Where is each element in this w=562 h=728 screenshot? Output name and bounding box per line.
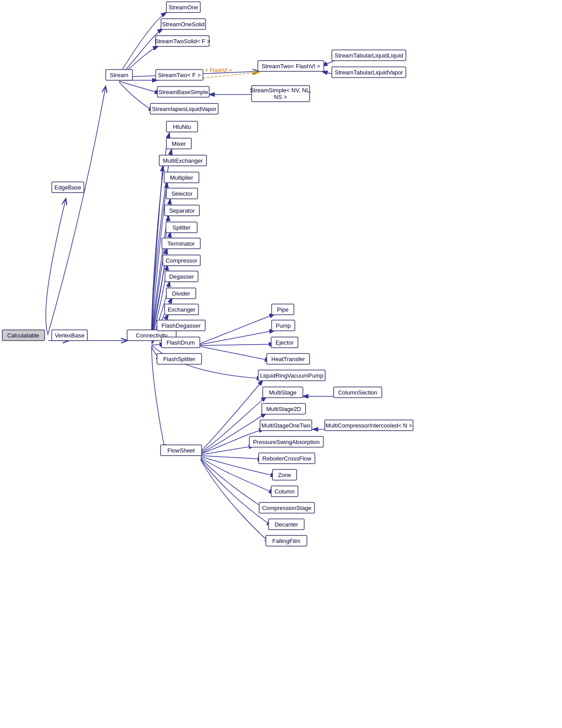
node-streamtwosolid: StreamTwoSolid< F > (155, 36, 211, 46)
edge-stream-streambasesimple (119, 81, 161, 94)
diagram-container: Calculatable EdgeBase VertexBase Stream … (0, 0, 562, 728)
node-reboiler: ReboilerCrossFlow (259, 453, 315, 464)
node-decanter: Decanter (269, 519, 304, 530)
edge-flowsheet-reboiler (201, 456, 264, 459)
node-multiplier: Multiplier (164, 172, 199, 183)
node-liquidring: LiquidRingVacuumPump (258, 370, 325, 381)
label-degasser: Degasser (169, 273, 194, 280)
node-flashdrum: FlashDrum (161, 337, 200, 348)
node-terminator: Terminator (162, 238, 200, 249)
label-calculatable: Calculatable (7, 332, 39, 339)
edge-flashdrum-heattransfer (200, 346, 271, 361)
node-flowsheet: FlowSheet (161, 445, 202, 456)
label-vertexbase: VertexBase (55, 332, 85, 339)
node-stlv: StreamTabularLiquidVapor (332, 67, 406, 78)
node-stream: Stream (106, 70, 132, 80)
node-multistage: MultiStage (263, 387, 303, 398)
label-selector: Selector (171, 190, 193, 197)
label-flashsplitter: FlashSplitter (163, 356, 196, 362)
node-multistageonetwo: MultiStageOneTwo (260, 420, 312, 431)
label-stlv: StreamTabularLiquidVapor (335, 69, 404, 76)
node-calculatable: Calculatable (2, 330, 45, 341)
node-ejector: Ejector (271, 337, 298, 348)
node-divider: Divider (166, 288, 196, 299)
label-pump: Pump (276, 322, 291, 329)
label-divider: Divider (172, 290, 190, 297)
label-stll: StreamTabularLiquidLiquid (335, 52, 403, 59)
node-zone: Zone (273, 469, 297, 480)
node-edgebase: EdgeBase (52, 182, 84, 193)
label-compressionstage: CompressionStage (262, 505, 312, 511)
node-compressor: Compressor (163, 255, 200, 266)
label-reboiler: ReboilerCrossFlow (262, 455, 311, 462)
node-columnsection: ColumnSection (334, 387, 382, 398)
label-multistage: MultiStage (269, 389, 296, 396)
node-stll: StreamTabularLiquidLiquid (332, 50, 406, 61)
node-pump: Pump (272, 320, 295, 331)
node-column: Column (271, 486, 298, 497)
edge-flowsheet-decanter (201, 459, 273, 526)
label-heattransfer: HeatTransfer (271, 356, 305, 362)
node-streamtwo-flashvl: StreamTwo< FlashVl > (258, 61, 324, 71)
node-fallingfilm: FallingFilm (266, 535, 307, 546)
label-exchanger: Exchanger (168, 306, 196, 313)
label-multiexchanger: MultiExchanger (163, 157, 203, 164)
label-splitter: Splitter (173, 224, 191, 231)
node-heattransfer: HeatTransfer (267, 354, 310, 364)
edge-flashdrum-ejector (200, 344, 275, 345)
label-htuntu: HtuNtu (173, 123, 191, 130)
label-columnsection: ColumnSection (338, 389, 377, 396)
label-terminator: Terminator (167, 240, 195, 247)
node-splitter: Splitter (166, 222, 197, 233)
label-zone: Zone (278, 472, 291, 478)
edge-calculatable-stream (48, 86, 106, 333)
label-psa: PressureSwingAbsorption (253, 439, 320, 445)
node-compressionstage: CompressionStage (259, 502, 314, 513)
label-multicomp: MultiCompressorIntercooled< N > (326, 422, 412, 429)
node-exchanger: Exchanger (165, 304, 198, 315)
label-stream: Stream (110, 72, 128, 78)
label-mixer: Mixer (172, 140, 186, 147)
label-flowsheet: FlowSheet (167, 447, 195, 454)
node-mixer: Mixer (166, 138, 191, 149)
label-streamone: StreamOne (169, 4, 198, 11)
label-multistage2d: MultiStage2D (266, 406, 301, 412)
node-streamonesolid: StreamOneSolid (161, 19, 206, 29)
node-degasser: Degasser (165, 271, 198, 282)
label-streamtwo-f: StreamTwo< F > (158, 72, 201, 78)
label-decanter: Decanter (275, 521, 298, 528)
edge-calculatable-edgebase (46, 198, 66, 335)
flashvl-label: < FlashVl > (205, 67, 232, 74)
node-htuntu: HtuNtu (166, 121, 198, 132)
node-streamsimple: StreamSimple< NV, NL, NS > (250, 86, 311, 102)
label-ejector: Ejector (276, 339, 294, 346)
label-flashvl: < FlashVl > (205, 67, 232, 74)
label-compressor: Compressor (166, 257, 198, 264)
node-separator: Separator (165, 205, 199, 216)
label-pipe: Pipe (277, 306, 289, 313)
label-fallingfilm: FallingFilm (273, 538, 301, 544)
node-streamiapws: StreamIapwsLiquidVapor (150, 103, 218, 114)
label-streamonesolid: StreamOneSolid (162, 21, 204, 28)
edge-flashdrum-pump (200, 330, 275, 345)
label-separator: Separator (169, 207, 195, 214)
node-pipe: Pipe (272, 304, 294, 315)
edge-flowsheet-psa (201, 446, 255, 455)
label-streamsimple-line1: StreamSimple< NV, NL, (250, 87, 311, 94)
label-flashdrum: FlashDrum (166, 339, 195, 346)
label-column: Column (275, 488, 295, 495)
label-edgebase: EdgeBase (54, 184, 81, 191)
label-streamsimple-line2: NS > (274, 94, 287, 100)
node-flashdegasser: FlashDegasser (157, 320, 205, 331)
node-flashsplitter: FlashSplitter (157, 354, 202, 364)
label-streamtwosolid: StreamTwoSolid< F > (155, 38, 211, 45)
node-vertexbase: VertexBase (52, 330, 87, 341)
node-multistage2d: MultiStage2D (262, 403, 306, 414)
label-streamtwo-flashvl: StreamTwo< FlashVl > (261, 63, 320, 70)
node-selector: Selector (166, 188, 198, 199)
node-multiexchanger: MultiExchanger (159, 155, 207, 166)
node-streambasesimple: StreamBaseSimple (157, 86, 209, 97)
label-multistageonetwo: MultiStageOneTwo (261, 422, 310, 429)
label-streambasesimple: StreamBaseSimple (158, 89, 208, 95)
node-psa: PressureSwingAbsorption (249, 436, 323, 447)
